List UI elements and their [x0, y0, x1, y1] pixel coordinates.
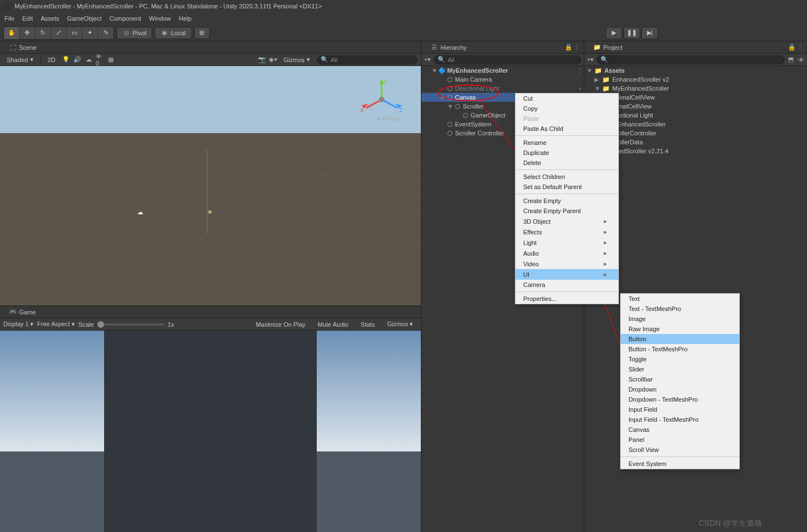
sub-scrollbar[interactable]: Scrollbar: [621, 374, 739, 384]
scene-view[interactable]: ☁ ☀ y z x ◂ Persp: [0, 66, 421, 306]
play-button[interactable]: ▶: [606, 27, 622, 39]
ctx-copy[interactable]: Copy: [515, 103, 618, 114]
hierarchy-scene-row[interactable]: ▼🔷MyEnhancedScroller⋮: [421, 66, 584, 75]
menu-gameobject[interactable]: GameObject: [67, 15, 102, 22]
light-toggle-icon[interactable]: 💡: [62, 56, 70, 64]
ctx-delete[interactable]: Delete: [515, 158, 618, 168]
ctx-create-empty[interactable]: Create Empty: [515, 196, 618, 206]
pivot-toggle[interactable]: ◎Pivot: [116, 27, 152, 39]
gizmos-dropdown[interactable]: Gizmos ▾: [280, 55, 313, 64]
ctx-camera[interactable]: Camera: [515, 280, 618, 290]
menu-edit[interactable]: Edit: [22, 15, 33, 22]
sub-event-system[interactable]: Event System: [621, 459, 739, 469]
ctx-select-children[interactable]: Select Children: [515, 172, 618, 182]
lock-icon[interactable]: 🔒: [788, 44, 796, 51]
menu-component[interactable]: Component: [109, 15, 141, 22]
create-dropdown-icon[interactable]: +▾: [424, 56, 431, 64]
menu-help[interactable]: Help: [179, 15, 191, 22]
menu-window[interactable]: Window: [149, 15, 171, 22]
stats-toggle[interactable]: Stats: [356, 321, 379, 328]
create-dropdown-icon[interactable]: +▾: [587, 56, 594, 64]
hand-tool-icon[interactable]: ✋: [4, 27, 20, 39]
sub-input-field-tmp[interactable]: Input Field - TextMeshPro: [621, 415, 739, 425]
project-search[interactable]: 🔍: [597, 55, 785, 64]
2d-toggle[interactable]: 2D: [44, 55, 59, 64]
sub-dropdown-tmp[interactable]: Dropdown - TextMeshPro: [621, 394, 739, 404]
grid-toggle-icon[interactable]: ▦: [107, 56, 115, 64]
lock-icon[interactable]: 🔒: [565, 44, 573, 51]
tab-scene[interactable]: ⛶Scene: [3, 43, 42, 53]
sub-panel[interactable]: Panel: [621, 435, 739, 445]
move-tool-icon[interactable]: ✥: [20, 27, 35, 39]
ctx-audio[interactable]: Audio▸: [515, 248, 618, 258]
hierarchy-item-camera[interactable]: ⬡Main Camera: [421, 75, 584, 84]
display-dropdown[interactable]: Display 1 ▾: [3, 321, 34, 328]
ctx-light[interactable]: Light▸: [515, 237, 618, 248]
project-assets-root[interactable]: ▼📁Assets: [584, 66, 807, 75]
ctx-duplicate[interactable]: Duplicate: [515, 148, 618, 158]
sub-text-tmp[interactable]: Text - TextMeshPro: [621, 304, 739, 314]
custom-tool-icon[interactable]: ✎: [98, 27, 114, 39]
project-folder[interactable]: ▶📁EnhancedScroller v2: [584, 75, 807, 84]
ctx-video[interactable]: Video▸: [515, 258, 618, 269]
sub-input-field[interactable]: Input Field: [621, 404, 739, 415]
filter-icon[interactable]: ⬒: [787, 56, 795, 64]
ctx-set-default-parent[interactable]: Set as Default Parent: [515, 182, 618, 192]
snap-toggle[interactable]: ⊞: [194, 27, 210, 39]
sub-dropdown[interactable]: Dropdown: [621, 384, 739, 394]
tab-hierarchy[interactable]: ☰Hierarchy: [425, 43, 472, 53]
persp-label[interactable]: ◂ Persp: [377, 115, 398, 123]
panel-menu-icon[interactable]: ⋮: [796, 44, 804, 51]
rotate-tool-icon[interactable]: ↻: [35, 27, 51, 39]
menu-assets[interactable]: Assets: [41, 15, 59, 22]
gizmo-size-icon[interactable]: ◉▾: [269, 56, 277, 64]
aspect-dropdown[interactable]: Free Aspect ▾: [37, 321, 75, 328]
scene-search[interactable]: 🔍All: [317, 55, 417, 64]
sub-slider[interactable]: Slider: [621, 364, 739, 374]
sub-image[interactable]: Image: [621, 314, 739, 324]
ctx-rename[interactable]: Rename: [515, 138, 618, 148]
ctx-paste-as-child[interactable]: Paste As Child: [515, 124, 618, 134]
sub-button[interactable]: Button: [621, 334, 739, 344]
ctx-effects[interactable]: Effects▸: [515, 227, 618, 237]
sub-canvas[interactable]: Canvas: [621, 425, 739, 435]
sub-text[interactable]: Text: [621, 294, 739, 304]
rect-tool-icon[interactable]: ▭: [67, 27, 82, 39]
fx-toggle-icon[interactable]: ☁: [85, 56, 92, 64]
sub-button-tmp[interactable]: Button - TextMeshPro: [621, 344, 739, 354]
ctx-3d-object[interactable]: 3D Object▸: [515, 216, 618, 227]
hidden-toggle-icon[interactable]: 👁0: [96, 56, 104, 64]
audio-toggle-icon[interactable]: 🔊: [73, 56, 81, 64]
ctx-cut[interactable]: Cut: [515, 93, 618, 103]
mute-toggle[interactable]: Mute Audio: [313, 321, 353, 328]
game-gizmos-dropdown[interactable]: Gizmos ▾: [383, 321, 417, 328]
scale-slider[interactable]: [97, 323, 165, 326]
pause-button[interactable]: ❚❚: [623, 27, 640, 39]
tab-game[interactable]: 🎮Game: [3, 307, 41, 317]
maximize-toggle[interactable]: Maximize On Play: [251, 321, 310, 328]
ctx-ui[interactable]: UI▸: [515, 269, 618, 280]
sub-raw-image[interactable]: Raw Image: [621, 324, 739, 334]
hierarchy-item-light[interactable]: ⬡Directional Light›: [421, 84, 584, 93]
left-column: ⛶Scene Shaded ▾ 2D 💡 🔊 ☁ 👁0 ▦ 📷 ◉▾ Gizmo…: [0, 41, 421, 532]
hidden-packages-icon[interactable]: 👁: [797, 56, 805, 64]
panel-menu-icon[interactable]: ⋮: [573, 44, 580, 51]
camera-icon[interactable]: 📷: [258, 56, 266, 64]
svg-line-5: [0, 150, 207, 295]
game-toolbar: Display 1 ▾ Free Aspect ▾ Scale 1x Maxim…: [0, 318, 421, 331]
hierarchy-search[interactable]: 🔍All: [434, 55, 581, 64]
sub-scroll-view[interactable]: Scroll View: [621, 445, 739, 455]
ctx-create-empty-parent[interactable]: Create Empty Parent: [515, 206, 618, 216]
game-view[interactable]: [0, 331, 421, 532]
step-button[interactable]: ▶|: [641, 27, 658, 39]
scale-tool-icon[interactable]: ⤢: [51, 27, 67, 39]
local-toggle[interactable]: ◉Local: [154, 27, 191, 39]
menu-file[interactable]: File: [4, 15, 15, 22]
draw-mode-dropdown[interactable]: Shaded ▾: [3, 55, 37, 64]
scene-menu-icon[interactable]: ⋮: [576, 67, 584, 74]
ctx-properties[interactable]: Properties...: [515, 294, 618, 304]
tab-project[interactable]: 📁Project: [588, 43, 628, 53]
sub-toggle[interactable]: Toggle: [621, 354, 739, 364]
transform-tool-icon[interactable]: ✦: [82, 27, 98, 39]
project-folder[interactable]: ▼📁MyEnhancedScroller: [584, 84, 807, 93]
